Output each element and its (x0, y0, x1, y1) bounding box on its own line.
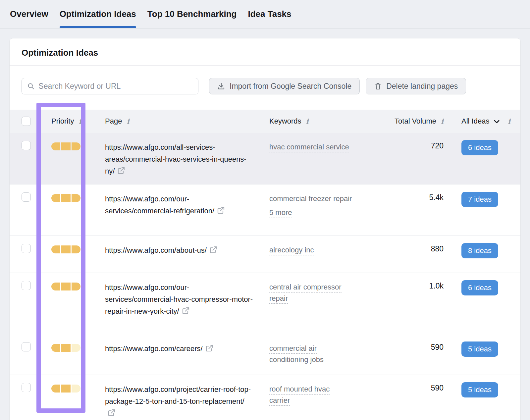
delete-landing-pages-label: Delete landing pages (386, 82, 458, 91)
table-row: https://www.afgo.com/our-services/commer… (10, 184, 520, 236)
priority-bar (51, 283, 80, 290)
ideas-count-button[interactable]: 8 ideas (461, 243, 498, 258)
table-row: https://www.afgo.com/our-services/commer… (10, 273, 520, 334)
priority-segment (61, 194, 70, 202)
priority-info-icon[interactable]: i (78, 118, 82, 125)
page-url-link[interactable]: https://www.afgo.com/all-services-areas/… (105, 141, 254, 177)
keywords-cell: commercial air conditioning jobs (269, 334, 389, 375)
total-volume-value: 1.0k (389, 273, 445, 334)
keyword-link[interactable]: hvac commercial service (269, 143, 349, 152)
keywords-cell: central air compressor repair (269, 273, 389, 334)
ideas-count-button[interactable]: 7 ideas (461, 192, 498, 207)
import-gsc-label: Import from Google Search Console (230, 82, 351, 91)
row-checkbox[interactable] (22, 342, 31, 351)
total-volume-info-icon[interactable]: i (440, 118, 444, 125)
keyword-link[interactable]: airecology inc (269, 246, 314, 255)
ideas-count-button[interactable]: 5 ideas (461, 341, 498, 357)
optimization-ideas-panel: Optimization Ideas Import from Google Se… (9, 38, 521, 420)
row-checkbox[interactable] (22, 383, 31, 392)
ideas-count-button[interactable]: 6 ideas (461, 280, 498, 295)
priority-segment (61, 283, 70, 290)
priority-bar (51, 344, 80, 352)
download-icon (217, 82, 225, 90)
table-body: https://www.afgo.com/all-services-areas/… (10, 133, 520, 420)
tab-top-10-benchmarking[interactable]: Top 10 Benchmarking (147, 0, 237, 28)
trash-icon (374, 82, 382, 90)
total-volume-column-header: Total Volume (395, 117, 436, 126)
table-header: Priority i Page i Keywords i Total Volum… (10, 110, 520, 133)
total-volume-value: 720 (389, 133, 445, 184)
table-row: https://www.afgo.com/careers/ commercial… (10, 334, 520, 375)
priority-segment (61, 344, 70, 352)
total-volume-value: 5.4k (389, 184, 445, 236)
ideas-count-button[interactable]: 5 ideas (461, 382, 498, 397)
tab-bar: Overview Optimization Ideas Top 10 Bench… (0, 0, 530, 28)
page-url-link[interactable]: https://www.afgo.com/project/carrier-roo… (105, 384, 254, 419)
row-checkbox[interactable] (22, 141, 31, 150)
priority-bar (51, 194, 80, 202)
priority-column-header: Priority (51, 117, 74, 126)
keywords-cell: airecology inc (269, 236, 389, 273)
page-url-link[interactable]: https://www.afgo.com/our-services/commer… (105, 193, 254, 217)
external-link-icon[interactable] (217, 206, 225, 214)
priority-segment (72, 245, 80, 253)
search-box (22, 78, 198, 94)
page-url-link[interactable]: https://www.afgo.com/our-services/commer… (105, 282, 254, 317)
chevron-down-icon[interactable] (494, 120, 500, 124)
priority-bar (51, 385, 80, 393)
keywords-info-icon[interactable]: i (305, 118, 309, 125)
priority-segment (72, 194, 80, 202)
priority-segment (61, 142, 70, 150)
external-link-icon[interactable] (108, 409, 116, 417)
keyword-link[interactable]: central air compressor repair (269, 283, 342, 304)
external-link-icon[interactable] (209, 246, 217, 254)
total-volume-value: 880 (389, 236, 445, 273)
row-checkbox[interactable] (22, 192, 31, 202)
delete-landing-pages-button[interactable]: Delete landing pages (366, 78, 466, 94)
select-all-checkbox[interactable] (22, 117, 31, 126)
search-icon (27, 82, 34, 90)
row-checkbox[interactable] (22, 244, 31, 253)
priority-segment (51, 194, 60, 202)
tab-idea-tasks[interactable]: Idea Tasks (248, 0, 291, 28)
row-checkbox[interactable] (22, 281, 31, 290)
ideas-count-button[interactable]: 6 ideas (461, 140, 498, 155)
keywords-cell: hvac commercial service (269, 133, 389, 184)
total-volume-value: 590 (389, 334, 445, 375)
keyword-link[interactable]: roof mounted hvac carrier (269, 385, 330, 406)
priority-segment (72, 344, 80, 352)
panel-title: Optimization Ideas (10, 38, 520, 66)
search-input[interactable] (38, 82, 193, 91)
priority-segment (51, 344, 60, 352)
external-link-icon[interactable] (205, 344, 213, 352)
priority-segment (72, 142, 80, 150)
priority-bar (51, 245, 80, 253)
external-link-icon[interactable] (117, 167, 125, 175)
table-row: https://www.afgo.com/all-services-areas/… (10, 133, 520, 184)
page-info-icon[interactable]: i (126, 118, 130, 125)
table-row: https://www.afgo.com/project/carrier-roo… (10, 375, 520, 420)
priority-segment (51, 142, 60, 150)
page-url-link[interactable]: https://www.afgo.com/about-us/ (105, 244, 254, 256)
toolbar: Import from Google Search Console Delete… (10, 66, 520, 110)
keywords-cell: commercial freezer repair5 more (269, 184, 389, 236)
priority-segment (51, 283, 60, 290)
tab-overview[interactable]: Overview (10, 0, 48, 28)
keyword-link[interactable]: commercial air conditioning jobs (269, 344, 324, 365)
priority-segment (51, 245, 60, 253)
priority-segment (61, 245, 70, 253)
tab-optimization-ideas[interactable]: Optimization Ideas (60, 0, 136, 28)
keywords-column-header: Keywords (269, 117, 301, 126)
page-column-header: Page (105, 117, 122, 126)
total-volume-value: 590 (389, 375, 445, 420)
page-url-link[interactable]: https://www.afgo.com/careers/ (105, 343, 254, 355)
keyword-link[interactable]: commercial freezer repair (269, 194, 352, 204)
priority-segment (61, 385, 70, 393)
all-ideas-filter[interactable]: All Ideas (461, 117, 489, 126)
more-keywords-link[interactable]: 5 more (269, 208, 292, 218)
all-ideas-info-icon[interactable]: i (507, 118, 511, 125)
priority-segment (72, 283, 80, 290)
priority-segment (51, 385, 60, 393)
external-link-icon[interactable] (182, 307, 190, 315)
import-gsc-button[interactable]: Import from Google Search Console (209, 78, 360, 94)
